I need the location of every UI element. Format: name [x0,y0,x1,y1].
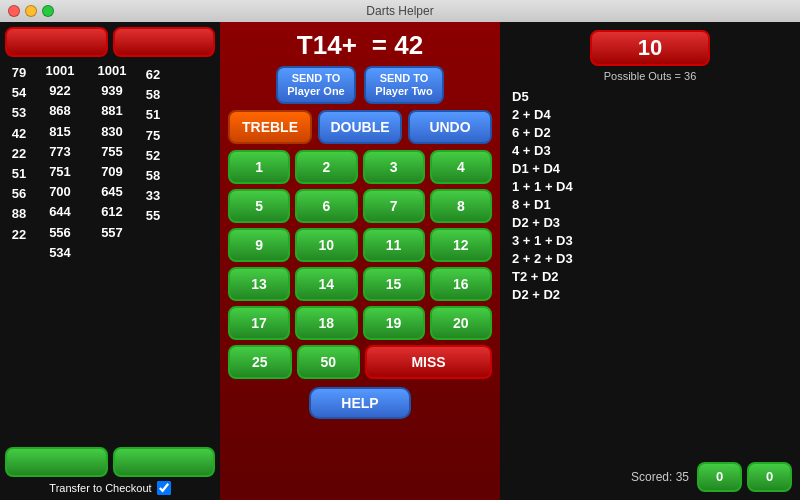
score-cell: 645 [101,183,123,201]
scored-buttons: 0 0 [697,462,792,492]
current-score-display: 10 [590,30,710,66]
score-cell: 62 [146,66,160,84]
score-cell: 42 [12,125,26,143]
number-button-2[interactable]: 2 [295,150,357,184]
player-two-button[interactable] [113,27,216,57]
number-button-13[interactable]: 13 [228,267,290,301]
scores-col-mid1: 1001922868815773751700644556534 [35,62,85,442]
right-panel: 10 Possible Outs = 36 D52 + D46 + D24 + … [500,22,800,500]
checkout-item: D2 + D2 [508,286,792,303]
scored-row: Scored: 35 0 0 [508,462,792,492]
number-button-8[interactable]: 8 [430,189,492,223]
center-panel: T14+ = 42 SEND TOPlayer One SEND TOPlaye… [220,22,500,500]
scored-val-2[interactable]: 0 [747,462,792,492]
number-button-7[interactable]: 7 [363,189,425,223]
checkout-item: D2 + D3 [508,214,792,231]
green-btn-2[interactable] [113,447,216,477]
score-cell: 22 [12,145,26,163]
number-button-17[interactable]: 17 [228,306,290,340]
btn-25[interactable]: 25 [228,345,292,379]
double-button[interactable]: DOUBLE [318,110,402,144]
window-controls [8,5,54,17]
score-table: 795453422251568822 100192286881577375170… [5,62,215,442]
score-cell: 751 [49,163,71,181]
dart-equals: = 42 [372,30,423,61]
checkout-item: D1 + D4 [508,160,792,177]
checkout-item: 2 + 2 + D3 [508,250,792,267]
score-cell: 709 [101,163,123,181]
score-cell: 51 [12,165,26,183]
scored-val-1[interactable]: 0 [697,462,742,492]
treble-button[interactable]: TREBLE [228,110,312,144]
special-row: 25 50 MISS [228,345,492,379]
green-btn-1[interactable] [5,447,108,477]
score-cell: 75 [146,127,160,145]
score-cell: 612 [101,203,123,221]
miss-button[interactable]: MISS [365,345,492,379]
number-button-19[interactable]: 19 [363,306,425,340]
number-button-10[interactable]: 10 [295,228,357,262]
score-cell: 644 [49,203,71,221]
maximize-button[interactable] [42,5,54,17]
score-cell: 79 [12,64,26,82]
checkout-item: 1 + 1 + D4 [508,178,792,195]
score-cell: 52 [146,147,160,165]
score-cell: 51 [146,106,160,124]
titlebar: Darts Helper [0,0,800,22]
score-cell: 55 [146,207,160,225]
left-bottom-buttons [5,447,215,477]
checkout-item: D5 [508,88,792,105]
send-to-player-one-button[interactable]: SEND TOPlayer One [276,66,356,104]
score-cell: 58 [146,167,160,185]
transfer-row: Transfer to Checkout [5,481,215,495]
score-cell: 815 [49,123,71,141]
number-button-12[interactable]: 12 [430,228,492,262]
minimize-button[interactable] [25,5,37,17]
number-button-6[interactable]: 6 [295,189,357,223]
number-button-5[interactable]: 5 [228,189,290,223]
number-button-3[interactable]: 3 [363,150,425,184]
score-cell: 557 [101,224,123,242]
number-button-20[interactable]: 20 [430,306,492,340]
close-button[interactable] [8,5,20,17]
score-cell: 922 [49,82,71,100]
dart-display: T14+ = 42 [297,30,423,61]
send-to-player-two-button[interactable]: SEND TOPlayer Two [364,66,444,104]
checkout-item: 6 + D2 [508,124,792,141]
scored-label: Scored: 35 [631,470,689,484]
main-layout: 795453422251568822 100192286881577375170… [0,22,800,500]
scores-col-left: 795453422251568822 [5,62,33,442]
score-cell: 1001 [46,62,75,80]
transfer-label: Transfer to Checkout [49,482,151,494]
scores-col-mid2: 1001939881830755709645612557 [87,62,137,442]
right-top: 10 [508,30,792,66]
score-cell: 556 [49,224,71,242]
number-button-11[interactable]: 11 [363,228,425,262]
action-row: TREBLE DOUBLE UNDO [228,110,492,144]
number-button-16[interactable]: 16 [430,267,492,301]
number-button-14[interactable]: 14 [295,267,357,301]
checkout-item: 4 + D3 [508,142,792,159]
app-title: Darts Helper [366,4,433,18]
number-button-4[interactable]: 4 [430,150,492,184]
number-button-9[interactable]: 9 [228,228,290,262]
score-cell: 1001 [98,62,127,80]
number-button-15[interactable]: 15 [363,267,425,301]
player-one-button[interactable] [5,27,108,57]
checkouts-list: D52 + D46 + D24 + D3D1 + D41 + 1 + D48 +… [508,88,792,458]
score-cell: 830 [101,123,123,141]
scores-col-right: 6258517552583355 [139,62,167,442]
score-cell: 58 [146,86,160,104]
left-panel: 795453422251568822 100192286881577375170… [0,22,220,500]
transfer-checkbox[interactable] [157,481,171,495]
undo-button[interactable]: UNDO [408,110,492,144]
number-button-18[interactable]: 18 [295,306,357,340]
score-cell: 773 [49,143,71,161]
number-button-1[interactable]: 1 [228,150,290,184]
btn-50[interactable]: 50 [297,345,361,379]
score-cell: 755 [101,143,123,161]
help-button[interactable]: HELP [309,387,410,419]
score-cell: 868 [49,102,71,120]
send-row: SEND TOPlayer One SEND TOPlayer Two [228,66,492,104]
number-grid: 1234567891011121314151617181920 [228,150,492,340]
